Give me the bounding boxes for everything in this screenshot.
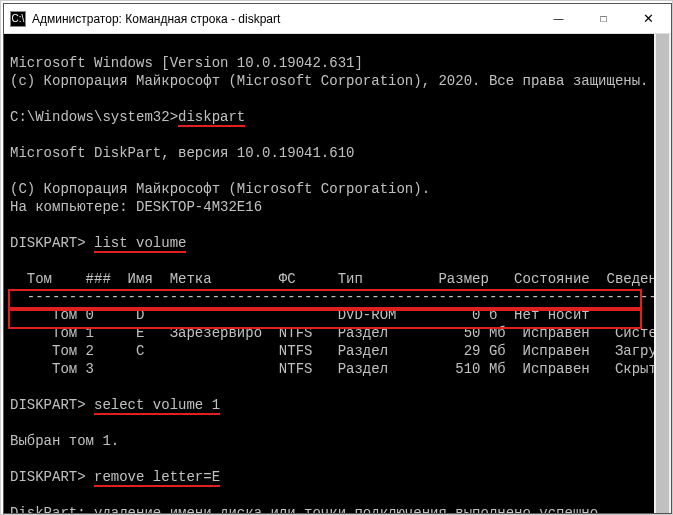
cmd-remove-letter: remove letter=E bbox=[94, 469, 220, 487]
terminal-output[interactable]: Microsoft Windows [Version 10.0.19042.63… bbox=[4, 34, 671, 513]
table-row: Том 3 NTFS Раздел 510 Мб Исправен Скрыты… bbox=[10, 361, 671, 377]
dp-prompt: DISKPART> bbox=[10, 397, 94, 413]
scrollbar-thumb[interactable] bbox=[656, 34, 669, 513]
minimize-button[interactable]: — bbox=[536, 4, 581, 34]
line-remove-ok: DiskPart: удаление имени диска или точки… bbox=[10, 505, 607, 513]
cmd-icon: C:\ bbox=[10, 11, 26, 27]
line-copyright: (c) Корпорация Майкрософт (Microsoft Cor… bbox=[10, 73, 649, 89]
line-prompt-select: DISKPART> select volume 1 bbox=[10, 397, 220, 415]
line-dp-version: Microsoft DiskPart, версия 10.0.19041.61… bbox=[10, 145, 354, 161]
prompt-path: C:\Windows\system32> bbox=[10, 109, 178, 125]
table-row: Том 2 C NTFS Раздел 29 Gб Исправен Загру… bbox=[10, 343, 671, 359]
cmd-select-volume: select volume 1 bbox=[94, 397, 220, 415]
maximize-button[interactable]: □ bbox=[581, 4, 626, 34]
line-version: Microsoft Windows [Version 10.0.19042.63… bbox=[10, 55, 363, 71]
scrollbar[interactable] bbox=[654, 34, 671, 513]
table-row: Том 0 D DVD-ROM 0 б Нет носит bbox=[10, 307, 590, 323]
dp-prompt: DISKPART> bbox=[10, 469, 94, 485]
table-header: Том ### Имя Метка ФС Тип Размер Состояни… bbox=[10, 271, 671, 287]
line-prompt-listvolume: DISKPART> list volume bbox=[10, 235, 186, 253]
line-selected-ok: Выбран том 1. bbox=[10, 433, 119, 449]
line-prompt-remove: DISKPART> remove letter=E bbox=[10, 469, 220, 487]
table-separator: ----------------------------------------… bbox=[10, 289, 671, 305]
cmd-list-volume: list volume bbox=[94, 235, 186, 253]
table-row: Том 1 E Зарезервиро NTFS Раздел 50 Мб Ис… bbox=[10, 325, 671, 341]
line-dp-copyright: (C) Корпорация Майкрософт (Microsoft Cor… bbox=[10, 181, 430, 197]
dp-prompt: DISKPART> bbox=[10, 235, 94, 251]
cmd-diskpart: diskpart bbox=[178, 109, 245, 127]
close-button[interactable]: ✕ bbox=[626, 4, 671, 34]
titlebar[interactable]: C:\ Администратор: Командная строка - di… bbox=[4, 4, 671, 34]
line-dp-computer: На компьютере: DESKTOP-4M32E16 bbox=[10, 199, 262, 215]
window-title: Администратор: Командная строка - diskpa… bbox=[32, 12, 536, 26]
app-window: C:\ Администратор: Командная строка - di… bbox=[3, 3, 672, 514]
line-prompt-diskpart: C:\Windows\system32>diskpart bbox=[10, 109, 245, 127]
